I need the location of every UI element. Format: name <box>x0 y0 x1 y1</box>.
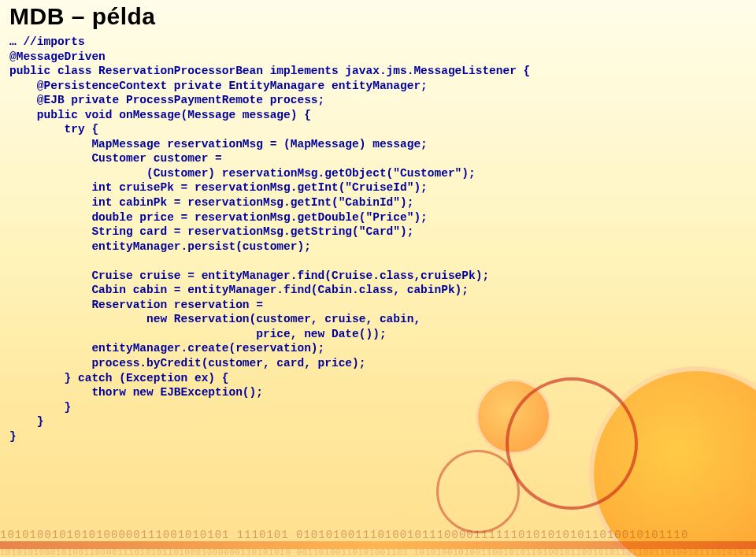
binary-row-1: 1010100101010100000111001010101 1110101 … <box>0 529 688 541</box>
slide-title: MDB – példa <box>9 3 156 30</box>
binary-row-2: 1010101000101001100001110101011010001000… <box>0 548 756 557</box>
code-block: … //imports @MessageDriven public class … <box>9 35 747 444</box>
decor-circle-outline-2 <box>436 450 520 533</box>
decor-binary: 1010100101010100000111001010101 1110101 … <box>0 529 756 557</box>
decor-circle-outline <box>506 377 638 510</box>
slide: MDB – példa … //imports @MessageDriven p… <box>0 0 756 557</box>
